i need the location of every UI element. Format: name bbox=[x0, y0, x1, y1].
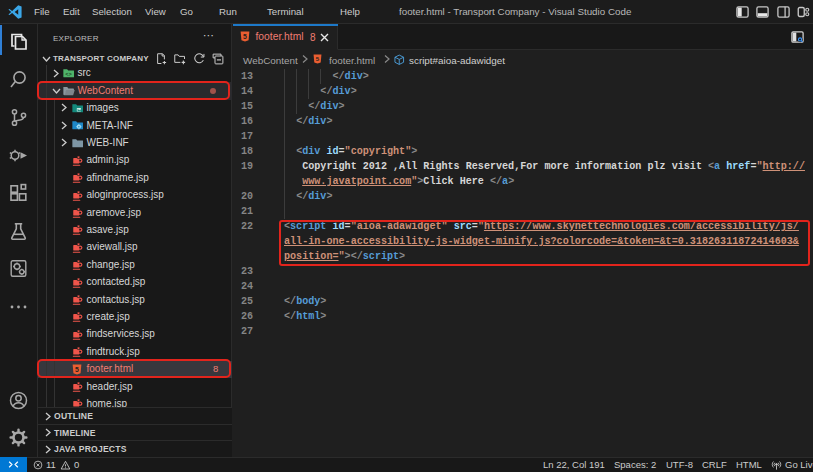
svg-text:5: 5 bbox=[243, 33, 247, 40]
svg-text:5: 5 bbox=[316, 55, 320, 62]
svg-text:<>: <> bbox=[65, 72, 72, 79]
